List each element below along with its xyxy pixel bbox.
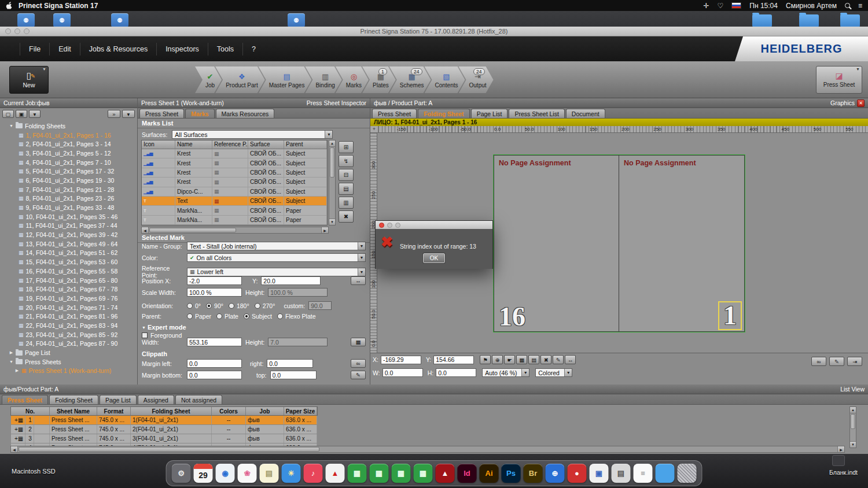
apple-logo-icon[interactable] <box>6 2 13 10</box>
dock-app-icon[interactable]: ▲ <box>326 464 345 483</box>
dock-app-icon[interactable]: ♪ <box>304 464 323 483</box>
press-sheet-dropdown-arrow-icon[interactable]: ▼ <box>856 67 860 71</box>
tree-item-folding-sheet[interactable]: ▦ 5, F04-01_ui_2x1, Pages 17 - 32 <box>0 167 137 176</box>
bottom-table-vertical-scrollbar[interactable]: ▲ ▼ <box>849 406 856 448</box>
tree-item-folding-sheet[interactable]: ▦ 24, F04-01_ui_2x1, Pages 87 - 90 <box>0 339 137 349</box>
hand-icon[interactable]: ♡ <box>718 2 724 10</box>
bottom-tab[interactable]: Assigned <box>138 395 174 404</box>
scroll-down-icon[interactable]: ▼ <box>329 219 335 225</box>
scroll-up-icon[interactable]: ▲ <box>329 141 335 147</box>
bottom-table-horizontal-scrollbar[interactable]: ◀ ▶ <box>10 446 845 453</box>
dock-app-icon[interactable]: ≡ <box>634 464 653 483</box>
background-folder-icon[interactable] <box>799 14 819 27</box>
dock-app-icon[interactable]: Id <box>458 464 477 483</box>
page-cell-left[interactable]: No Page Assignment 16 <box>494 155 619 332</box>
tree-item-folding-sheet[interactable]: ▦ 18, F04-01_ui_2x1, Pages 67 - 78 <box>0 284 137 294</box>
tree-tool-button[interactable]: ▣ <box>16 110 27 118</box>
press-sheet-row[interactable]: +▦1 Press Sheet ... 745.0 x ... 1(F04-01… <box>10 416 318 425</box>
background-app-icon[interactable] <box>288 13 305 27</box>
marks-action-button[interactable]: ▤ <box>339 183 354 195</box>
graphics-tab[interactable]: Folding Sheet <box>418 109 469 118</box>
radio-icon[interactable] <box>229 303 234 309</box>
dock-app-icon[interactable]: ▤ <box>260 464 279 483</box>
tree-item-folding-sheet[interactable]: ▦ 2, F04-01_ui_2x1, Pages 3 - 14 <box>0 139 137 149</box>
graphics-tab[interactable]: Press Sheet <box>372 109 417 118</box>
selection-width-input[interactable] <box>382 368 423 377</box>
menu-item[interactable]: Jobs & Resources <box>80 43 156 56</box>
tree-item-folding-sheet[interactable]: ▦ 3, F04-01_ui_2x1, Pages 5 - 12 <box>0 149 137 158</box>
press-sheet-row[interactable]: +▦3 Press Sheet ... 745.0 x ... 3(F04-01… <box>10 434 318 443</box>
marks-table-row[interactable]: ▁▃▅ Krest ▦ СВОЙ ОБ... Subject <box>142 149 327 158</box>
tree-item-folding-sheet[interactable]: ▦ 17, F04-01_ui_2x1, Pages 65 - 80 <box>0 276 137 285</box>
expander-icon[interactable]: ▶ <box>14 368 20 373</box>
position-y-input[interactable] <box>261 276 321 285</box>
background-app-icon[interactable] <box>17 13 35 27</box>
chevron-down-icon[interactable]: ▼ <box>521 369 529 376</box>
radio-icon[interactable] <box>187 303 193 309</box>
margin-top-input[interactable] <box>270 371 317 379</box>
dialog-minimize-button[interactable] <box>387 223 392 228</box>
dock-app-icon[interactable]: Br <box>524 464 543 483</box>
swap-xy-button[interactable]: ↔ <box>351 276 366 285</box>
press-sheet-view-button[interactable]: ◪ Press Sheet ▼ <box>816 66 862 94</box>
desktop-file-label[interactable]: Бланк.indt <box>829 469 858 476</box>
radio-icon[interactable] <box>277 313 283 319</box>
dock-app-icon[interactable]: Ai <box>480 464 499 483</box>
tree-item-folding-sheet[interactable]: ▦ 11, F04-01_ui_2x1, Pages 37 - 44 <box>0 221 137 231</box>
dock-app-icon[interactable]: Ps <box>502 464 521 483</box>
tree-item-folding-sheet[interactable]: ▦ 16, F04-01_ui_2x1, Pages 55 - 58 <box>0 267 137 276</box>
canvas-tool-button[interactable]: ⊕ <box>492 355 503 364</box>
margin-bottom-input[interactable] <box>187 371 242 379</box>
close-window-button[interactable] <box>5 28 11 34</box>
keyboard-entry-button[interactable]: ▦ <box>351 338 366 346</box>
menu-item[interactable]: File <box>20 43 49 56</box>
tree-item-folding-sheet[interactable]: ▦ 20, F04-01_ui_2x1, Pages 71 - 74 <box>0 303 137 312</box>
scroll-right-icon[interactable]: ▶ <box>321 227 328 233</box>
tree-item-folding-sheet[interactable]: ▦ 23, F04-01_ui_2x1, Pages 85 - 92 <box>0 330 137 339</box>
menu-item[interactable]: Edit <box>49 43 80 56</box>
dock-app-icon[interactable] <box>678 464 697 483</box>
bottom-tab[interactable]: Not assigned <box>175 395 222 404</box>
menu-item[interactable]: ? <box>242 43 264 56</box>
minimize-window-button[interactable] <box>14 28 20 34</box>
canvas-view-button[interactable]: ✎ <box>829 357 844 366</box>
dock-app-icon[interactable]: 29 <box>194 464 213 483</box>
press-sheet-row[interactable]: +▦2 Press Sheet ... 745.0 x ... 2(F04-01… <box>10 425 318 434</box>
close-icon[interactable]: ✕ <box>857 99 865 107</box>
tree-tool-button[interactable]: ▢ <box>2 110 14 118</box>
window-manager-icon[interactable]: ✛ <box>704 2 709 10</box>
graphics-tab[interactable]: Document <box>566 109 605 118</box>
marks-table-row[interactable]: T Text ▦ СВОЙ ОБ... Subject <box>142 197 327 206</box>
canvas-tool-button[interactable]: ▤ <box>528 355 539 364</box>
marks-table-vertical-scrollbar[interactable]: ▲ ▼ <box>329 140 336 225</box>
tree-item-folding-sheet[interactable]: ▦ 13, F04-01_ui_2x1, Pages 49 - 64 <box>0 239 137 249</box>
new-button[interactable]: ▯✎ New ▼ <box>9 66 49 94</box>
tree-item-folding-sheet[interactable]: ▦ 6, F04-01_ui_2x1, Pages 19 - 30 <box>0 176 137 185</box>
tree-node-press-sheets[interactable]: ▼ Press Sheets <box>0 357 137 367</box>
edit-clippath-button[interactable]: ✎ <box>351 371 366 379</box>
marks-action-button[interactable]: ✖ <box>339 210 354 223</box>
dialog-close-button[interactable] <box>379 223 384 228</box>
parent-radio-option[interactable]: Subject <box>244 313 272 320</box>
bottom-tab[interactable]: Page List <box>100 395 137 404</box>
scroll-down-icon[interactable]: ▼ <box>850 441 856 448</box>
marks-table-row[interactable]: ▁▃▅ Dipco-C... ▦ СВОЙ ОБ... Subject <box>142 187 327 197</box>
parent-radio-option[interactable]: Paper <box>187 313 211 320</box>
dock-app-icon[interactable]: ▦ <box>370 464 389 483</box>
marks-table-row[interactable]: ▁▃▅ Krest ▦ СВОЙ ОБ... Subject <box>142 178 327 187</box>
graphics-tab[interactable]: Page List <box>471 109 508 118</box>
scroll-right-icon[interactable]: ▶ <box>837 446 844 452</box>
chevron-down-icon[interactable]: ▼ <box>358 268 365 276</box>
scroll-left-icon[interactable]: ◀ <box>11 446 18 452</box>
marks-action-button[interactable]: ↯ <box>339 155 354 167</box>
ok-button[interactable]: OK <box>423 253 445 263</box>
canvas-tool-button[interactable]: ⚑ <box>480 355 491 364</box>
zoom-window-button[interactable] <box>24 28 30 34</box>
marks-action-button[interactable]: ▥ <box>339 197 354 209</box>
tree-item-folding-sheet[interactable]: ▦ 15, F04-01_ui_2x1, Pages 53 - 60 <box>0 257 137 267</box>
chevron-down-icon[interactable]: ▼ <box>358 242 365 250</box>
dock-app-icon[interactable]: ☀ <box>282 464 301 483</box>
spotlight-search-icon[interactable] <box>845 3 850 8</box>
dock-app-icon[interactable]: ⚙ <box>172 464 191 483</box>
expand-row-icon[interactable]: +▦ <box>13 434 25 443</box>
